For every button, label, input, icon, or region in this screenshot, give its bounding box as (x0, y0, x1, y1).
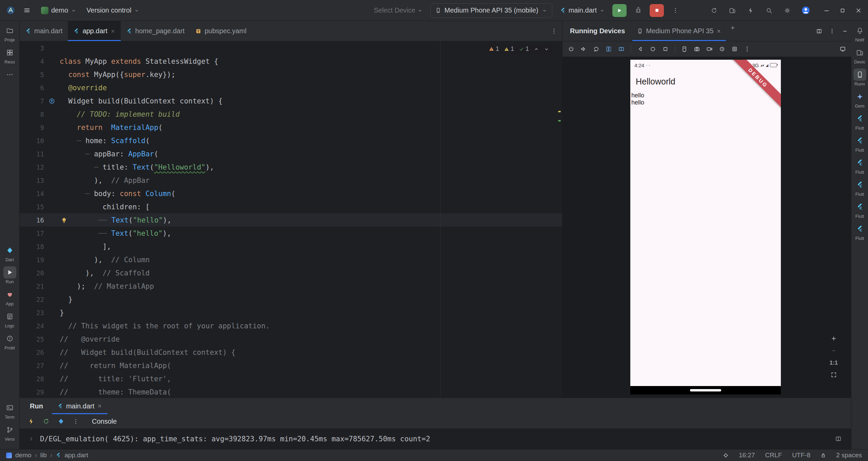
vcs-widget[interactable]: Version control (84, 4, 142, 16)
run-config-selector[interactable]: main.dart (557, 4, 608, 16)
sidebar-item-more-tool-windows[interactable] (1, 69, 19, 81)
code-editor[interactable]: 34class MyApp extends StatelessWidget {5… (20, 41, 562, 398)
more-button-icon[interactable] (744, 46, 750, 52)
code-line[interactable]: 7 Widget build(BuildContext context) { (20, 94, 562, 108)
sidebar-item-running-devices[interactable]: Runn (851, 69, 868, 87)
hide-panel-icon[interactable] (842, 28, 848, 34)
minimize-button[interactable] (823, 7, 830, 14)
indent-setting[interactable]: 2 spaces (836, 452, 862, 459)
file-encoding[interactable]: UTF-8 (792, 452, 810, 459)
code-line[interactable]: 11 ─ appBar: AppBar( (20, 147, 562, 160)
code-line[interactable]: 18 ], (20, 240, 562, 253)
weak-warnings-badge[interactable]: 1 (504, 45, 514, 53)
caret-position[interactable]: 16:27 (739, 452, 755, 459)
close-button[interactable] (855, 7, 862, 14)
settings-gear-icon[interactable] (781, 4, 794, 17)
back-button-icon[interactable] (637, 46, 644, 52)
close-icon[interactable] (97, 404, 102, 408)
code-line[interactable]: 27// return MaterialApp( (20, 359, 562, 372)
sidebar-item-flutter-tool-3[interactable]: Flutt (851, 157, 868, 175)
rerun-icon[interactable] (43, 418, 50, 425)
warnings-badge[interactable]: 1 (489, 45, 499, 53)
close-icon[interactable] (716, 29, 721, 34)
run-tab[interactable]: main.dart (52, 398, 107, 414)
more-options-icon[interactable] (73, 418, 79, 425)
select-device-dropdown[interactable]: Select Device (371, 4, 426, 16)
code-line[interactable]: 10 ─ home: Scaffold( (20, 134, 562, 147)
sidebar-item-project[interactable]: Proje (1, 24, 19, 42)
sidebar-item-flutter-tool-4[interactable]: Flutt (851, 179, 868, 197)
code-line[interactable]: 5 const MyApp({super.key}); (20, 68, 562, 81)
fold-chevron-icon[interactable] (28, 436, 34, 442)
code-line[interactable]: 19 ), // Column (20, 253, 562, 266)
power-button-icon[interactable] (568, 46, 574, 52)
sidebar-item-flutter-tool-6[interactable]: Flutt (851, 223, 868, 241)
display-mode-icon[interactable] (840, 46, 846, 52)
sidebar-item-logcat[interactable]: Logc (1, 310, 19, 328)
maximize-button[interactable] (840, 7, 846, 14)
console-tab[interactable]: Console (92, 418, 117, 425)
code-line[interactable]: 26// Widget build(BuildContext context) … (20, 346, 562, 359)
project-selector[interactable]: demo (38, 4, 79, 16)
camera-button-icon[interactable] (694, 46, 700, 52)
code-line[interactable]: 23} (20, 306, 562, 319)
device-manager-icon[interactable] (726, 4, 739, 17)
sidebar-item-flutter-tool-2[interactable]: Flutt (851, 135, 868, 153)
sidebar-item-notifications[interactable]: Notif (851, 24, 868, 42)
apply-changes-icon[interactable] (744, 4, 757, 17)
code-line[interactable]: 9 return MaterialApp( (20, 121, 562, 134)
rotate-button-icon[interactable] (593, 46, 599, 52)
search-icon[interactable] (762, 4, 776, 17)
close-icon[interactable] (111, 29, 115, 34)
stop-button[interactable] (650, 4, 664, 17)
code-line[interactable]: 28// title: 'Flutter', (20, 372, 562, 385)
code-line[interactable]: 17 ── Text("hello"), (20, 227, 562, 240)
emulator-screen[interactable]: 4:24 ◦ ▫ 3G ▴▾ ◢ Helloworld hell (630, 60, 781, 395)
console-layout-icon[interactable] (835, 436, 842, 442)
tab-options-icon[interactable] (551, 21, 557, 41)
status-indicator-icon[interactable] (723, 453, 729, 458)
sidebar-item-dart-analysis[interactable]: Dart (1, 244, 19, 262)
split-icon[interactable] (816, 28, 822, 34)
add-device-tab-button[interactable] (726, 21, 739, 35)
code-line[interactable]: 29// theme: ThemeData( (20, 385, 562, 398)
zoom-in-icon[interactable] (830, 335, 837, 342)
breadcrumb-folder[interactable]: lib (40, 452, 47, 459)
fit-to-window-icon[interactable] (831, 372, 837, 378)
screenshot-button-icon[interactable] (681, 46, 688, 52)
gradle-sync-icon[interactable] (707, 4, 721, 17)
sidebar-item-flutter-tool-1[interactable]: Flutt (851, 113, 868, 131)
overview-button-icon[interactable] (662, 46, 669, 52)
zoom-out-icon[interactable] (830, 347, 837, 354)
tab-pubspec-yaml[interactable]: pubspec.yaml (190, 21, 252, 41)
code-line[interactable]: 4class MyApp extends StatelessWidget { (20, 55, 562, 68)
line-separator[interactable]: CRLF (765, 452, 782, 459)
more-actions-button[interactable] (669, 4, 682, 17)
tab-home_page-dart[interactable]: home_page.dart (121, 21, 190, 41)
code-line[interactable]: 22 } (20, 293, 562, 306)
tab-app-dart[interactable]: app.dart (68, 21, 120, 41)
sidebar-item-gemini[interactable]: Gem (851, 91, 868, 109)
phone-nav-bar[interactable] (630, 386, 781, 395)
code-line[interactable]: 21 ); // MaterialApp (20, 280, 562, 293)
scrollbar-warning-mark[interactable] (558, 111, 561, 112)
code-line[interactable]: 13 ), // AppBar (20, 174, 562, 187)
code-line[interactable]: 6 @override (20, 81, 562, 94)
sidebar-item-flutter-tool-5[interactable]: Flutt (851, 201, 868, 219)
sidebar-item-app-quality-insights[interactable]: App (1, 288, 19, 306)
home-button-icon[interactable] (650, 46, 656, 52)
console-output[interactable]: D/EGL_emulation( 4625): app_time_stats: … (20, 428, 851, 449)
override-gutter-icon[interactable] (44, 98, 60, 104)
device-selector[interactable]: Medium Phone API 35 (mobile) (430, 3, 552, 18)
zoom-reset-button[interactable]: 1:1 (829, 360, 838, 366)
more-options-icon[interactable] (829, 28, 835, 34)
posture-button-icon[interactable] (618, 46, 625, 52)
snapshots-button-icon[interactable] (719, 46, 725, 52)
record-button-icon[interactable] (706, 46, 713, 52)
main-menu-button[interactable] (20, 4, 34, 17)
next-issue-icon[interactable] (544, 46, 549, 52)
code-line[interactable]: 8 // TODO: implement build (20, 108, 562, 121)
device-tab[interactable]: Medium Phone API 35 (632, 21, 726, 41)
volume-button-icon[interactable] (580, 46, 587, 52)
code-line[interactable]: 24 // This widget is the root of your ap… (20, 319, 562, 332)
